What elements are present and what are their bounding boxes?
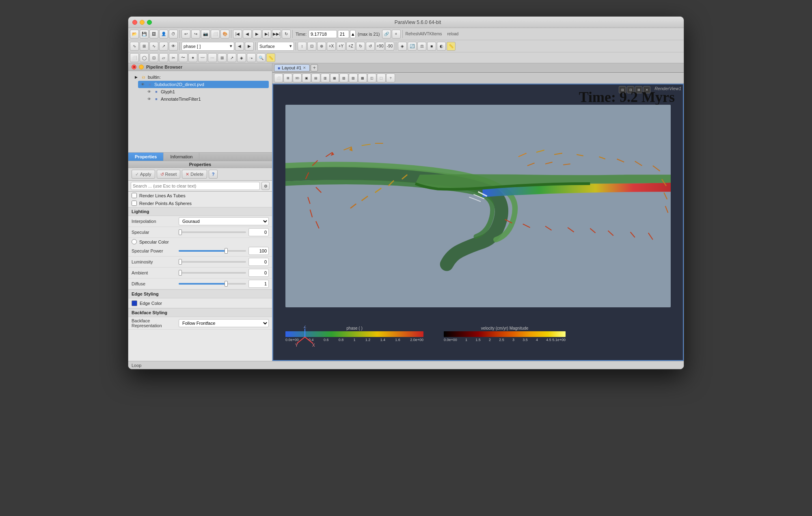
rt-btn9[interactable]: ▨ bbox=[349, 73, 358, 82]
camera-link-button[interactable]: 🔗 bbox=[382, 30, 391, 39]
rot-90-button[interactable]: +90 bbox=[376, 42, 384, 51]
stream-button[interactable]: 〰 bbox=[198, 53, 207, 62]
contour-button[interactable]: 〜 bbox=[179, 53, 188, 62]
play-button[interactable]: ▶ bbox=[253, 30, 261, 39]
sphere-button[interactable]: ◯ bbox=[140, 53, 149, 62]
ambient-track[interactable] bbox=[179, 272, 246, 274]
backface-rep-dropdown[interactable]: Follow Frontface bbox=[179, 319, 269, 327]
rt-btn10[interactable]: ▩ bbox=[358, 73, 367, 82]
close-button[interactable] bbox=[132, 20, 137, 25]
annotate-eye-icon[interactable]: 👁 bbox=[146, 96, 152, 102]
camera-button[interactable]: 📷 bbox=[201, 30, 210, 39]
rt-btn5[interactable]: ▤ bbox=[311, 73, 320, 82]
interpolation-dropdown[interactable]: Gouraud bbox=[179, 217, 269, 225]
tree-item-annotate[interactable]: 👁 ■ AnnotateTimeFilter1 bbox=[145, 95, 269, 103]
rt-btn8[interactable]: ▧ bbox=[339, 73, 348, 82]
rt-btn2[interactable]: ⊞ bbox=[283, 73, 292, 82]
undo-button[interactable]: ↩ bbox=[181, 30, 190, 39]
first-frame-button[interactable]: |◀ bbox=[233, 30, 242, 39]
save-button[interactable]: 💾 bbox=[140, 30, 149, 39]
minimize-button[interactable] bbox=[140, 20, 145, 25]
zoom-z-button[interactable]: +Z bbox=[346, 42, 355, 51]
select-points-button[interactable]: ·∘ bbox=[247, 53, 256, 62]
ruler2-button[interactable]: 📏 bbox=[266, 53, 275, 62]
selection-button[interactable]: ⬜ bbox=[211, 30, 220, 39]
var-calc-button[interactable]: ↗ bbox=[159, 42, 168, 51]
rt-btn1[interactable]: ⬜ bbox=[274, 73, 283, 82]
warp-button[interactable]: ⋯ bbox=[208, 53, 217, 62]
specular-number[interactable] bbox=[248, 228, 269, 236]
pipeline-min-btn[interactable] bbox=[139, 65, 144, 69]
glyph-button[interactable]: ✦ bbox=[188, 53, 197, 62]
tree-item-builtin[interactable]: ▶ 🗂 builtin: bbox=[132, 73, 269, 81]
zoom-reset-button[interactable]: ⊡ bbox=[307, 42, 316, 51]
history-button[interactable]: ⏱ bbox=[169, 30, 178, 39]
frame-input[interactable] bbox=[338, 30, 349, 38]
var-filter-button[interactable]: ∿ bbox=[149, 42, 158, 51]
tab-information[interactable]: Information bbox=[164, 153, 199, 161]
layout-tab[interactable]: ■ Layout #1 ✕ bbox=[274, 64, 310, 71]
save-screenshot-button[interactable]: 🖼 bbox=[149, 30, 158, 39]
tree-item-glyph[interactable]: 👁 ■ Glyph1 bbox=[145, 88, 269, 95]
ambient-number[interactable] bbox=[248, 269, 269, 277]
opacity-button[interactable]: ◐ bbox=[437, 42, 446, 51]
open-file-button[interactable]: 📂 bbox=[130, 30, 139, 39]
rt-btn3[interactable]: 3D bbox=[293, 73, 302, 82]
specular-slider-track[interactable] bbox=[179, 231, 246, 233]
luminosity-number[interactable] bbox=[248, 258, 269, 266]
next-frame-button[interactable]: ▶| bbox=[262, 30, 271, 39]
tree-item-subduction[interactable]: 👁 ■ Subduction2D_direct.pvd bbox=[138, 81, 269, 88]
threshold-button[interactable]: ◈ bbox=[237, 53, 246, 62]
prev-frame-button[interactable]: ◀ bbox=[243, 30, 252, 39]
loop-button[interactable]: ↻ bbox=[282, 30, 291, 39]
rt-btn12[interactable]: ⬚ bbox=[377, 73, 386, 82]
specular-color-radio[interactable] bbox=[132, 239, 137, 244]
frame-spinner[interactable] bbox=[350, 30, 356, 38]
rot-ccw-button[interactable]: ↺ bbox=[366, 42, 375, 51]
specular-power-number[interactable] bbox=[248, 247, 269, 255]
group-button[interactable]: ⊞ bbox=[218, 53, 227, 62]
time-input[interactable] bbox=[309, 30, 337, 38]
var-source-button[interactable]: ⊞ bbox=[140, 42, 149, 51]
settings-button[interactable]: 👤 bbox=[159, 30, 168, 39]
zoom-x-button[interactable]: +X bbox=[327, 42, 336, 51]
var-next-button[interactable]: ▶ bbox=[245, 42, 254, 51]
last-frame-button[interactable]: ▶▶| bbox=[272, 30, 281, 39]
pipeline-close-btn[interactable]: ✕ bbox=[132, 65, 136, 69]
search-gear-button[interactable]: ⚙ bbox=[261, 182, 270, 190]
colormap-button[interactable]: 🔄 bbox=[408, 42, 417, 51]
rt-btn7[interactable]: ▦ bbox=[330, 73, 339, 82]
ruler-button[interactable]: 📏 bbox=[447, 42, 456, 51]
extract-button[interactable]: ↗ bbox=[227, 53, 236, 62]
render-points-checkbox[interactable] bbox=[132, 201, 137, 206]
annotate-button[interactable]: + bbox=[392, 30, 401, 39]
zoom-y-button[interactable]: +Y bbox=[337, 42, 346, 51]
add-tab-button[interactable]: + bbox=[311, 64, 318, 71]
apply-button[interactable]: ✓ Apply bbox=[132, 170, 155, 179]
redo-button[interactable]: ↪ bbox=[191, 30, 200, 39]
subduction-eye-icon[interactable]: 👁 bbox=[140, 82, 145, 87]
specular-power-track[interactable] bbox=[179, 250, 246, 252]
interact-button[interactable]: ↕ bbox=[298, 42, 307, 51]
rot-cw-button[interactable]: ↻ bbox=[356, 42, 365, 51]
rescale-button[interactable]: ⚖ bbox=[417, 42, 426, 51]
box-select-button[interactable]: ⬜ bbox=[130, 53, 139, 62]
clip-button[interactable]: ✂ bbox=[169, 53, 178, 62]
help-button[interactable]: ? bbox=[209, 170, 218, 179]
diffuse-track[interactable] bbox=[179, 283, 246, 285]
edge-color-swatch[interactable] bbox=[132, 300, 137, 306]
search-input[interactable] bbox=[131, 182, 260, 190]
surface-color-button[interactable]: ◈ bbox=[398, 42, 407, 51]
delete-button[interactable]: ✕ Delete bbox=[182, 170, 207, 179]
plane-button[interactable]: ▱ bbox=[159, 53, 168, 62]
cylinder-button[interactable]: ⊡ bbox=[149, 53, 158, 62]
glyph-eye-icon[interactable]: 👁 bbox=[146, 89, 152, 95]
colorbar-toggle-button[interactable]: ■ bbox=[427, 42, 436, 51]
maximize-button[interactable] bbox=[147, 20, 152, 25]
reset-button[interactable]: ↺ Reset bbox=[157, 170, 181, 179]
rot-neg90-button[interactable]: -90 bbox=[385, 42, 394, 51]
rt-btn11[interactable]: ◫ bbox=[367, 73, 376, 82]
tab-properties[interactable]: Properties bbox=[128, 153, 164, 161]
var-prev-button[interactable]: ◀ bbox=[235, 42, 244, 51]
tab-close-icon[interactable]: ✕ bbox=[303, 66, 306, 70]
